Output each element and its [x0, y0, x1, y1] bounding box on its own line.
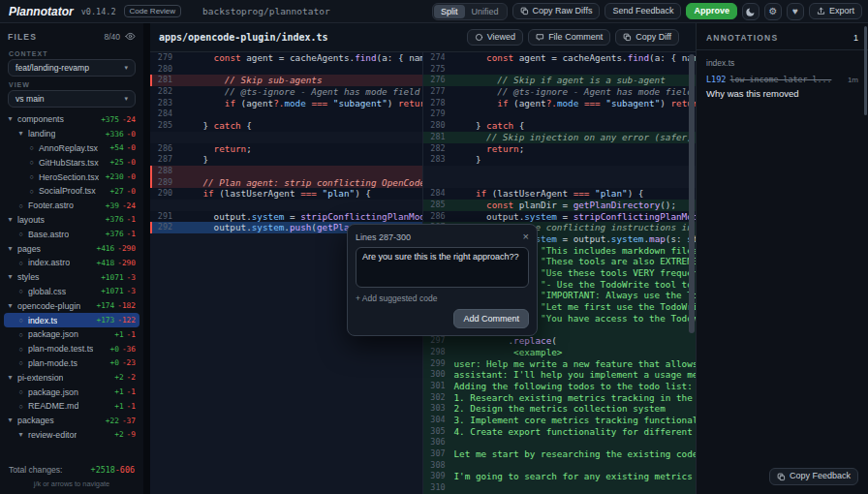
- tree-file-package.json[interactable]: ○package.json+1-1: [4, 327, 140, 342]
- diff-line[interactable]: 279: [423, 108, 697, 120]
- tree-file-package.json[interactable]: ○package.json+1-1: [4, 385, 140, 399]
- diff-line[interactable]: [150, 369, 423, 381]
- diff-line[interactable]: 301Adding the following todos to the tod…: [423, 381, 697, 392]
- diff-line[interactable]: 289 // Plan agent: strip conflicting Ope…: [150, 177, 423, 189]
- unified-view-button[interactable]: Unified: [465, 5, 506, 18]
- diff-line[interactable]: 288: [150, 166, 423, 177]
- split-view-button[interactable]: Split: [434, 5, 465, 18]
- export-button[interactable]: Export: [809, 3, 862, 20]
- diff-line[interactable]: [150, 448, 423, 460]
- copy-feedback-button[interactable]: Copy Feedback: [769, 468, 858, 485]
- tree-file-index.ts[interactable]: ○index.ts+173-122: [4, 313, 140, 327]
- tree-folder-layouts[interactable]: ▾layouts+376-1: [4, 213, 140, 228]
- diff-line[interactable]: 307Let me start by researching the exist…: [423, 448, 697, 460]
- diff-line[interactable]: 286 return;: [150, 143, 423, 155]
- diff-line[interactable]: 287 }: [150, 154, 423, 166]
- tree-file-Base.astro[interactable]: ○Base.astro+376-1: [4, 227, 140, 241]
- approve-button[interactable]: Approve: [686, 3, 737, 20]
- tree-file-global.css[interactable]: ○global.css+1071-3: [4, 285, 140, 299]
- diff-line[interactable]: [150, 471, 423, 482]
- tree-file-GitHubStars.tsx[interactable]: ○GitHubStars.tsx+25-0: [4, 155, 140, 170]
- diff-line[interactable]: 276 // Skip if agent is a sub-agent: [423, 75, 697, 86]
- diff-line[interactable]: 280: [150, 64, 423, 76]
- theme-toggle-button[interactable]: [742, 3, 760, 20]
- tree-file-plan-mode.test.ts[interactable]: ○plan-mode.test.ts+0-36: [4, 342, 140, 356]
- diff-line[interactable]: 284 if (lastUserAgent === "plan") {: [423, 188, 697, 200]
- diff-line[interactable]: [150, 335, 423, 347]
- diff-line[interactable]: 275: [423, 64, 697, 76]
- toggle-viewed-button[interactable]: [125, 31, 136, 42]
- annotations-scrollbar[interactable]: [864, 26, 867, 115]
- diff-line[interactable]: 310: [423, 482, 697, 494]
- add-suggested-code-link[interactable]: + Add suggested code: [356, 293, 529, 303]
- view-select[interactable]: vs main ▾: [8, 90, 136, 108]
- diff-line[interactable]: 277 // @ts-ignore - Agent has mode field: [423, 86, 697, 98]
- diff-line[interactable]: 3043. Implement core metrics tracking fu…: [423, 415, 697, 426]
- viewed-button[interactable]: Viewed: [467, 29, 523, 46]
- tree-file-HeroSection.tsx[interactable]: ○HeroSection.tsx+230-0: [4, 170, 140, 184]
- tree-file-SocialProof.tsx[interactable]: ○SocialProof.tsx+27-0: [4, 184, 140, 199]
- add-comment-button[interactable]: Add Comment: [453, 309, 529, 328]
- diff-line[interactable]: 278 if (agent?.mode === "subagent") retu…: [423, 98, 697, 109]
- tree-file-README.md[interactable]: ○README.md+1-1: [4, 399, 140, 414]
- diff-line[interactable]: [150, 460, 423, 472]
- diff-line[interactable]: 290 if (lastUserAgent === "plan") {: [150, 188, 423, 200]
- diff-line[interactable]: 308: [423, 460, 697, 472]
- tree-folder-styles[interactable]: ▾styles+1071-3: [4, 270, 140, 285]
- diff-line[interactable]: 300assistant: I'll help you implement a …: [423, 369, 697, 381]
- diff-line[interactable]: 3032. Design the metrics collection syst…: [423, 403, 697, 415]
- diff-line[interactable]: 3054. Create export functionality for di…: [423, 426, 697, 438]
- diff-line[interactable]: [150, 482, 423, 494]
- sponsor-button[interactable]: ♥: [787, 3, 804, 20]
- diff-line[interactable]: 280 } catch {: [423, 120, 697, 132]
- tree-folder-pi-extension[interactable]: ▾pi-extension+2-2: [4, 370, 140, 385]
- diff-line[interactable]: 283 }: [423, 154, 697, 166]
- diff-line[interactable]: [150, 426, 423, 438]
- annotation-item[interactable]: L192 low-income-later-l... 1m Why was th…: [706, 75, 858, 99]
- close-icon[interactable]: ×: [523, 232, 529, 242]
- diff-line[interactable]: 279 const agent = cacheAgents.find(a: { …: [150, 52, 423, 64]
- diff-line[interactable]: 306: [423, 437, 697, 448]
- send-feedback-button[interactable]: Send Feedback: [604, 3, 681, 20]
- tree-folder-components[interactable]: ▾components+375-24: [4, 112, 140, 127]
- diff-line[interactable]: [423, 166, 697, 177]
- diff-line[interactable]: 285 const planDir = getPlanDirectory();: [423, 200, 697, 211]
- file-comment-button[interactable]: File Comment: [528, 29, 610, 46]
- tree-file-Footer.astro[interactable]: ○Footer.astro+39-24: [4, 199, 140, 213]
- diff-line[interactable]: [150, 347, 423, 358]
- tree-file-AnnoReplay.tsx[interactable]: ○AnnoReplay.tsx+54-0: [4, 141, 140, 156]
- diff-line[interactable]: [150, 415, 423, 426]
- context-select[interactable]: feat/landing-revamp ▾: [8, 59, 136, 77]
- diff-line[interactable]: 282 // @ts-ignore - Agent has mode field: [150, 86, 423, 98]
- diff-line[interactable]: [150, 358, 423, 370]
- tree-file-index.astro[interactable]: ○index.astro+418-290: [4, 256, 140, 270]
- copy-diff-button[interactable]: Copy Diff: [615, 29, 679, 46]
- diff-line[interactable]: 284: [150, 108, 423, 120]
- diff-line[interactable]: 299user: Help me write a new feature tha…: [423, 358, 697, 370]
- settings-button[interactable]: ⚙: [764, 3, 782, 20]
- comment-input[interactable]: Are you sure this is the right approach?…: [356, 247, 529, 288]
- copy-raw-diffs-button[interactable]: Copy Raw Diffs: [512, 3, 601, 20]
- diff-line[interactable]: [150, 381, 423, 392]
- sidebar-resizer[interactable]: [143, 23, 150, 494]
- diff-line[interactable]: 3021. Research existing metrics tracking…: [423, 392, 697, 404]
- diff-line[interactable]: 286 output.system = stripConflictingPlan…: [423, 211, 697, 223]
- diff-line[interactable]: 297 .replace(: [423, 335, 697, 347]
- tree-folder-landing[interactable]: ▾landing+336-0: [4, 127, 140, 141]
- diff-line[interactable]: [423, 177, 697, 189]
- diff-line[interactable]: 274 const agent = cacheAgents.find(a: { …: [423, 52, 697, 64]
- tree-file-plan-mode.ts[interactable]: ○plan-mode.ts+0-23: [4, 356, 140, 371]
- diff-line[interactable]: 281 // Skip sub-agents: [150, 75, 423, 86]
- diff-line[interactable]: 281 // Skip injection on any error (safe…: [423, 132, 697, 143]
- diff-line[interactable]: 291 output.system = stripConflictingPlan…: [150, 211, 423, 223]
- tree-folder-review-editor[interactable]: ▾review-editor+2-9: [4, 428, 140, 443]
- diff-line[interactable]: [150, 392, 423, 404]
- diff-line[interactable]: [150, 132, 423, 143]
- diff-line[interactable]: 285 } catch {: [150, 120, 423, 132]
- diff-scrollbar[interactable]: [689, 54, 695, 333]
- diff-line[interactable]: [150, 200, 423, 211]
- diff-line[interactable]: 309I'm going to search for any existing …: [423, 471, 697, 482]
- diff-line[interactable]: 298 <example>: [423, 347, 697, 358]
- tree-folder-pages[interactable]: ▾pages+416-290: [4, 241, 140, 256]
- diff-line[interactable]: 283 if (agent?.mode === "subagent") retu…: [150, 98, 423, 109]
